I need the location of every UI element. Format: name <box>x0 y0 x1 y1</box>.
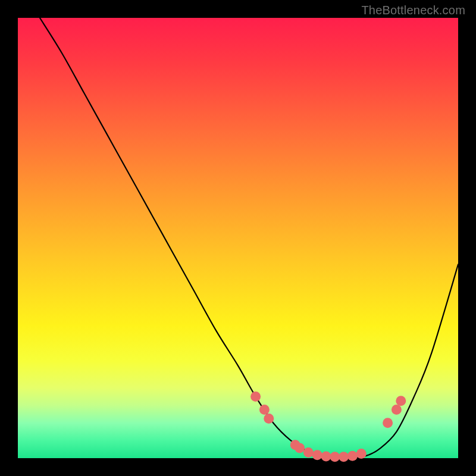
data-point <box>303 447 314 458</box>
data-point <box>264 414 274 424</box>
watermark-text: TheBottleneck.com <box>361 4 465 17</box>
data-point <box>330 452 340 462</box>
bottleneck-curve <box>40 18 458 458</box>
plot-area <box>18 18 458 458</box>
data-point <box>356 449 367 459</box>
chart-frame: TheBottleneck.com <box>0 0 476 476</box>
data-point <box>339 452 349 462</box>
data-point <box>312 450 322 460</box>
data-point <box>321 452 331 462</box>
data-point <box>396 396 406 406</box>
data-point <box>259 405 270 415</box>
data-point <box>347 451 358 461</box>
data-point <box>250 392 261 402</box>
data-point <box>392 405 402 415</box>
data-markers <box>250 392 406 462</box>
chart-svg <box>18 18 458 458</box>
data-point <box>383 418 393 428</box>
data-point <box>295 443 305 453</box>
